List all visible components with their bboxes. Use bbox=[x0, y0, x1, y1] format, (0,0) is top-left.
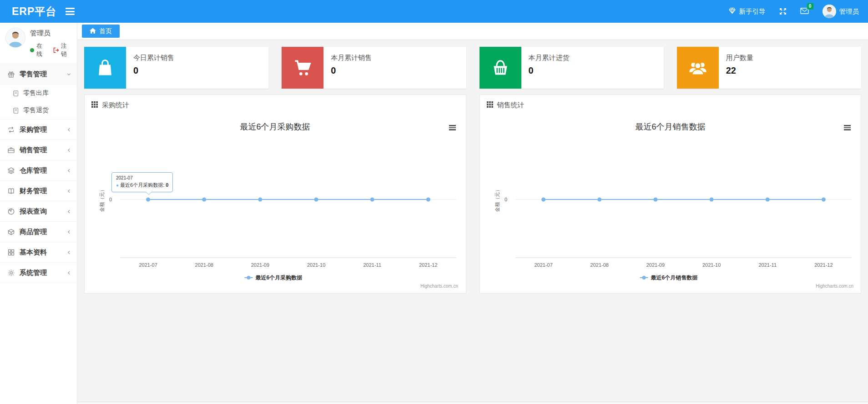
sidebar-item-warehouse[interactable]: 仓库管理 bbox=[0, 160, 77, 181]
chevron-left-icon bbox=[67, 125, 71, 134]
svg-text:金额（元）: 金额（元） bbox=[495, 187, 500, 212]
fullscreen-button[interactable] bbox=[779, 8, 787, 15]
online-status-icon bbox=[30, 48, 34, 52]
briefcase-icon bbox=[7, 146, 15, 154]
svg-text:0: 0 bbox=[109, 197, 112, 202]
guide-link[interactable]: 新手引导 bbox=[728, 7, 766, 16]
gift-icon bbox=[7, 70, 15, 78]
sidebar-username: 管理员 bbox=[30, 29, 72, 38]
username-label: 管理员 bbox=[839, 7, 859, 16]
svg-text:2021-07: 2021-07 bbox=[534, 262, 552, 268]
purchase-chart: 最近6个月采购数据金额（元）02021-072021-082021-092021… bbox=[88, 115, 462, 291]
envelope-icon bbox=[800, 9, 809, 16]
tooltip-x-label: 2021-07 bbox=[116, 175, 168, 180]
sidebar-item-goods[interactable]: 商品管理 bbox=[0, 222, 77, 242]
panel-header: 销售统计 bbox=[480, 95, 861, 115]
sales-chart: 最近6个月销售数据金额（元）02021-072021-082021-092021… bbox=[484, 115, 858, 291]
stat-cards-row: 今日累计销售 0 本月累计销售 0 本月累计进货 0 bbox=[84, 47, 861, 89]
sidebar-item-sales[interactable]: 销售管理 bbox=[0, 140, 77, 160]
svg-text:2021-08: 2021-08 bbox=[195, 262, 213, 268]
svg-text:2021-09: 2021-09 bbox=[251, 262, 269, 268]
svg-text:最近6个月采购数据: 最近6个月采购数据 bbox=[240, 122, 310, 131]
footer-divider bbox=[77, 402, 868, 404]
chevron-left-icon bbox=[67, 187, 71, 195]
svg-text:2021-07: 2021-07 bbox=[139, 262, 157, 268]
guide-label: 新手引导 bbox=[739, 7, 766, 16]
journal-icon bbox=[12, 90, 19, 97]
message-count-badge: 0 bbox=[807, 3, 813, 10]
stat-card-month-purchase: 本月累计进货 0 bbox=[479, 47, 664, 89]
chevron-left-icon bbox=[67, 228, 71, 236]
sidebar-item-basic-data[interactable]: 基本资料 bbox=[0, 242, 77, 263]
svg-text:2021-11: 2021-11 bbox=[363, 262, 381, 268]
gem-icon bbox=[728, 7, 736, 16]
sales-stats-panel: 销售统计 最近6个月销售数据金额（元）02021-072021-082021-0… bbox=[479, 95, 862, 294]
repeat-icon bbox=[7, 126, 15, 134]
sidebar-toggle-button[interactable] bbox=[66, 8, 75, 15]
cart-icon bbox=[282, 47, 323, 89]
chart-export-menu-button[interactable] bbox=[844, 125, 851, 131]
shopping-bag-icon bbox=[84, 47, 126, 89]
chart-tooltip: 2021-07 ● 最近6个月采购数据: 0 bbox=[111, 172, 173, 192]
layers-icon bbox=[7, 167, 15, 175]
user-menu[interactable]: 管理员 bbox=[823, 5, 859, 18]
sidebar-item-finance[interactable]: 财务管理 bbox=[0, 181, 77, 201]
stat-card-user-count: 用户数量 22 bbox=[677, 47, 861, 89]
svg-text:2021-12: 2021-12 bbox=[419, 262, 437, 268]
sidebar-item-system[interactable]: 系统管理 bbox=[0, 263, 77, 283]
user-avatar bbox=[5, 28, 25, 48]
sidebar-submenu-retail: 零售出库 零售退货 bbox=[0, 85, 77, 120]
logout-button[interactable]: 注销 bbox=[53, 42, 72, 58]
panel-title: 销售统计 bbox=[497, 101, 525, 110]
grid-icon bbox=[7, 249, 15, 256]
stat-card-today-sales: 今日累计销售 0 bbox=[84, 47, 268, 89]
sign-out-icon bbox=[53, 47, 59, 53]
th-grid-icon bbox=[487, 101, 493, 109]
panel-header: 采购统计 bbox=[85, 95, 466, 115]
th-grid-icon bbox=[91, 101, 98, 109]
svg-text:最近6个月采购数据: 最近6个月采购数据 bbox=[256, 274, 303, 281]
svg-text:金额（元）: 金额（元） bbox=[99, 187, 105, 212]
tab-home[interactable]: 首页 bbox=[82, 25, 120, 38]
panel-title: 采购统计 bbox=[102, 101, 129, 110]
chevron-down-icon bbox=[67, 70, 71, 78]
sidebar-menu: 零售管理 零售出库 零售退货 采购管理 销售管理 bbox=[0, 64, 77, 283]
journal-icon bbox=[12, 107, 19, 114]
purchase-stats-panel: 采购统计 最近6个月采购数据金额（元）02021-072021-082021-0… bbox=[84, 95, 466, 294]
charts-row: 采购统计 最近6个月采购数据金额（元）02021-072021-082021-0… bbox=[84, 95, 861, 294]
sidebar-item-retail-return[interactable]: 零售退货 bbox=[0, 102, 77, 119]
open-book-icon bbox=[7, 187, 15, 195]
basket-icon bbox=[479, 47, 521, 89]
tooltip-series-value: ● 最近6个月采购数据: 0 bbox=[116, 182, 168, 189]
chart-export-menu-button[interactable] bbox=[449, 125, 456, 131]
svg-text:0: 0 bbox=[504, 197, 507, 202]
package-icon bbox=[7, 228, 15, 236]
brand-logo[interactable]: ERP平台 bbox=[0, 5, 66, 19]
chevron-left-icon bbox=[67, 146, 71, 154]
sidebar-user-panel: 管理员 在线 注销 bbox=[0, 23, 77, 64]
top-navbar: ERP平台 新手引导 0 管理员 bbox=[0, 0, 868, 23]
online-status-label: 在线 bbox=[36, 42, 48, 58]
users-icon bbox=[677, 47, 719, 89]
home-icon bbox=[90, 28, 96, 35]
sidebar-item-retail-outbound[interactable]: 零售出库 bbox=[0, 85, 77, 102]
svg-text:最近6个月销售数据: 最近6个月销售数据 bbox=[651, 274, 697, 281]
sidebar-item-purchase[interactable]: 采购管理 bbox=[0, 120, 77, 140]
messages-button[interactable]: 0 bbox=[800, 7, 809, 16]
sidebar: 管理员 在线 注销 零售管理 零售出库 零售退 bbox=[0, 23, 77, 404]
chevron-left-icon bbox=[67, 166, 71, 175]
svg-text:2021-10: 2021-10 bbox=[307, 262, 325, 268]
sidebar-item-retail[interactable]: 零售管理 bbox=[0, 64, 77, 85]
chevron-left-icon bbox=[67, 269, 71, 277]
chevron-left-icon bbox=[67, 207, 71, 215]
avatar bbox=[823, 5, 836, 18]
svg-text:Highcharts.com.cn: Highcharts.com.cn bbox=[816, 284, 853, 289]
sidebar-item-reports[interactable]: 报表查询 bbox=[0, 201, 77, 222]
svg-text:2021-08: 2021-08 bbox=[590, 262, 608, 268]
svg-text:2021-09: 2021-09 bbox=[646, 262, 664, 268]
svg-text:2021-12: 2021-12 bbox=[814, 262, 833, 268]
gear-icon bbox=[7, 269, 15, 277]
svg-text:最近6个月销售数据: 最近6个月销售数据 bbox=[635, 122, 705, 131]
tab-bar: 首页 bbox=[77, 23, 868, 40]
stat-card-month-sales: 本月累计销售 0 bbox=[282, 47, 466, 89]
